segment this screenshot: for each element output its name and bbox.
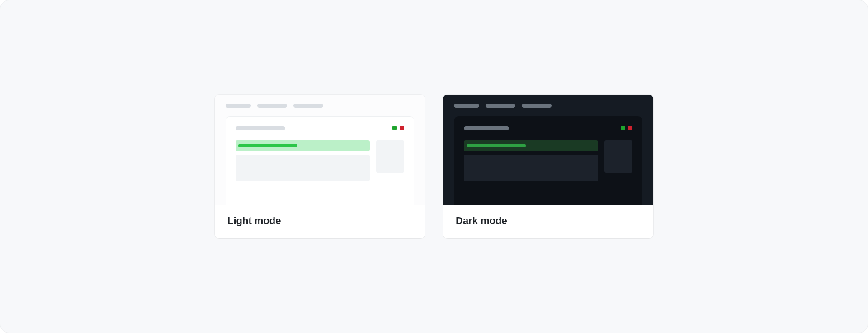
preview-panel-header — [464, 126, 632, 130]
content-placeholder — [464, 155, 598, 181]
theme-card-dark[interactable]: Dark mode — [443, 95, 653, 238]
preview-side-column — [376, 140, 404, 181]
preview-main-column — [464, 140, 598, 181]
preview-panel — [454, 116, 642, 205]
preview-title-placeholder — [464, 126, 509, 130]
preview-tab — [454, 104, 479, 108]
theme-preview-light — [215, 95, 425, 205]
preview-title-placeholder — [236, 126, 285, 130]
preview-panel-body — [464, 140, 632, 181]
status-pass-icon — [621, 126, 625, 130]
progress-fill — [238, 144, 297, 147]
preview-tab — [257, 104, 287, 108]
theme-card-light[interactable]: Light mode — [215, 95, 425, 238]
side-placeholder — [376, 140, 404, 173]
status-indicators — [392, 126, 404, 130]
preview-main-column — [236, 140, 370, 181]
preview-tab — [293, 104, 323, 108]
theme-gallery: Light mode — [0, 0, 868, 333]
preview-tabs — [215, 95, 425, 108]
preview-panel-body — [236, 140, 404, 181]
progress-row — [464, 140, 598, 151]
preview-panel — [226, 116, 414, 205]
theme-preview-dark — [443, 95, 653, 205]
side-placeholder — [604, 140, 632, 173]
preview-side-column — [604, 140, 632, 181]
status-fail-icon — [400, 126, 404, 130]
preview-tabs — [443, 95, 653, 108]
status-indicators — [621, 126, 632, 130]
preview-tab — [522, 104, 552, 108]
theme-card-label: Dark mode — [443, 205, 653, 238]
preview-panel-header — [236, 126, 404, 130]
theme-card-label: Light mode — [215, 205, 425, 238]
progress-fill — [467, 144, 526, 147]
progress-row — [236, 140, 370, 151]
preview-tab — [226, 104, 251, 108]
content-placeholder — [236, 155, 370, 181]
preview-tab — [486, 104, 515, 108]
status-pass-icon — [392, 126, 397, 130]
status-fail-icon — [628, 126, 632, 130]
